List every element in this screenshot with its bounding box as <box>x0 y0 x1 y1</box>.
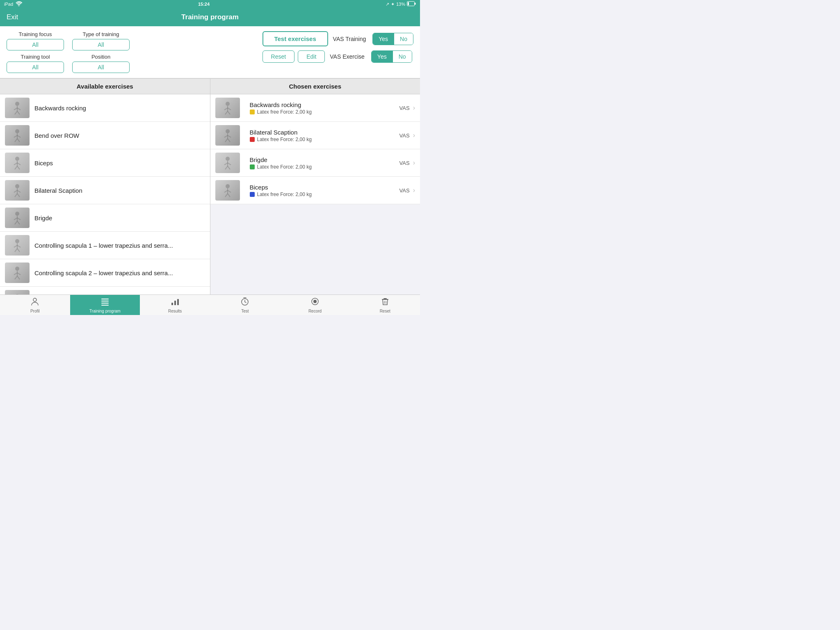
tab-record[interactable]: Record <box>280 295 350 315</box>
chosen-vas-label: VAS <box>399 105 410 111</box>
tab-reset[interactable]: Reset <box>350 295 420 315</box>
position-group: Position All <box>72 54 130 73</box>
training-focus-select[interactable]: All <box>7 39 64 50</box>
svg-line-71 <box>224 190 228 192</box>
status-bar: iPad 15:24 ↗ ✦ 13% <box>0 0 420 8</box>
svg-line-43 <box>15 276 17 279</box>
tab-bar: Profil Training program Results Test Rec… <box>0 294 420 315</box>
available-exercise-item[interactable]: Backwards rocking <box>0 94 210 122</box>
battery-icon <box>407 1 416 7</box>
svg-line-42 <box>17 273 21 275</box>
chosen-exercise-info: Bilateral Scaption Latex free Force: 2,0… <box>250 129 399 142</box>
tab-test[interactable]: Test <box>210 295 280 315</box>
svg-point-51 <box>226 102 230 106</box>
tab-results-icon <box>171 297 180 308</box>
chosen-exercise-item[interactable]: Biceps Latex free Force: 2,00 kg VAS › <box>210 177 420 204</box>
svg-line-5 <box>14 108 17 110</box>
exercise-thumb <box>5 180 30 201</box>
vas-exercise-yes-no: Yes No <box>371 50 412 63</box>
available-exercise-item[interactable]: Biceps <box>0 149 210 177</box>
svg-rect-77 <box>101 301 109 301</box>
svg-line-19 <box>15 166 17 169</box>
chosen-exercise-item[interactable]: Backwards rocking Latex free Force: 2,00… <box>210 94 420 122</box>
type-of-training-select[interactable]: All <box>72 39 130 50</box>
available-exercises-list[interactable]: Backwards rocking Bend over ROW Biceps <box>0 94 210 306</box>
svg-point-63 <box>226 157 230 161</box>
vas-training-no-button[interactable]: No <box>394 33 413 45</box>
tab-record-label: Record <box>308 309 322 313</box>
vas-exercise-label: VAS Exercise <box>330 53 365 60</box>
vas-exercise-yes-button[interactable]: Yes <box>372 51 393 62</box>
svg-line-85 <box>245 302 246 303</box>
position-select[interactable]: All <box>72 62 130 73</box>
svg-point-57 <box>226 129 230 133</box>
svg-line-61 <box>225 139 228 142</box>
svg-rect-1 <box>408 2 409 5</box>
training-tool-select[interactable]: All <box>7 62 64 73</box>
nav-bar: Exit Training program <box>0 8 420 26</box>
vas-training-yes-button[interactable]: Yes <box>373 33 394 45</box>
svg-line-60 <box>228 135 231 137</box>
tab-test-label: Test <box>241 309 249 313</box>
vas-exercise-no-button[interactable]: No <box>393 51 412 62</box>
svg-line-68 <box>228 166 230 169</box>
chevron-right-icon: › <box>413 104 415 112</box>
tab-results[interactable]: Results <box>140 295 210 315</box>
action-buttons: Reset Edit <box>262 50 325 63</box>
tab-record-icon <box>310 297 320 308</box>
chosen-exercise-info: Backwards rocking Latex free Force: 2,00… <box>250 101 399 115</box>
exit-button[interactable]: Exit <box>7 13 18 21</box>
exercise-name: Biceps <box>34 160 205 167</box>
available-exercise-item[interactable]: Bilateral Scaption <box>0 177 210 204</box>
chosen-exercise-details: Latex free Force: 2,00 kg <box>257 137 312 142</box>
svg-line-38 <box>17 249 20 252</box>
chosen-exercise-details: Latex free Force: 2,00 kg <box>257 109 312 115</box>
bluetooth-icon: ✦ <box>391 2 395 7</box>
reset-button[interactable]: Reset <box>262 50 295 63</box>
svg-line-37 <box>15 249 17 252</box>
svg-line-55 <box>225 111 228 114</box>
svg-rect-80 <box>171 303 173 305</box>
svg-line-31 <box>15 221 17 224</box>
svg-point-33 <box>15 239 19 243</box>
status-time: 15:24 <box>198 2 210 7</box>
svg-point-21 <box>15 184 19 188</box>
training-tool-group: Training tool All <box>7 54 64 73</box>
chosen-exercise-sub: Latex free Force: 2,00 kg <box>250 137 399 142</box>
chosen-exercises-list[interactable]: Backwards rocking Latex free Force: 2,00… <box>210 94 420 306</box>
edit-button[interactable]: Edit <box>298 50 325 63</box>
chosen-exercise-item[interactable]: Bilateral Scaption Latex free Force: 2,0… <box>210 122 420 149</box>
svg-line-20 <box>17 166 20 169</box>
svg-rect-90 <box>383 298 387 299</box>
tab-training[interactable]: Training program <box>70 295 140 315</box>
tab-profil[interactable]: Profil <box>0 295 70 315</box>
svg-line-11 <box>14 135 17 137</box>
svg-rect-81 <box>174 301 176 305</box>
battery-label: 13% <box>396 2 405 7</box>
exercise-thumb <box>5 262 30 283</box>
chosen-vas-label: VAS <box>399 187 410 194</box>
filters-right-row-1: Test exercises VAS Training Yes No <box>262 31 413 46</box>
training-focus-group: Training focus All <box>7 31 64 50</box>
main-content: Available exercises Backwards rocking <box>0 78 420 306</box>
tab-training-label: Training program <box>89 309 121 313</box>
chosen-exercise-thumb <box>215 98 240 118</box>
available-exercise-item[interactable]: Controlling scapula 2 – lower trapezius … <box>0 259 210 287</box>
svg-rect-2 <box>415 3 416 5</box>
test-exercises-button[interactable]: Test exercises <box>262 31 328 46</box>
chosen-exercise-thumb <box>215 180 240 201</box>
chosen-exercise-item[interactable]: Brigde Latex free Force: 2,00 kg VAS › <box>210 149 420 177</box>
available-exercise-item[interactable]: Bend over ROW <box>0 122 210 149</box>
svg-line-12 <box>17 135 21 137</box>
chosen-vas-label: VAS <box>399 160 410 166</box>
tab-test-icon <box>240 297 249 308</box>
available-exercise-item[interactable]: Controlling scapula 1 – lower trapezius … <box>0 232 210 259</box>
nav-title: Training program <box>181 13 239 21</box>
filters-left: Training focus All Type of training All … <box>7 31 130 73</box>
svg-point-88 <box>313 300 317 303</box>
training-focus-label: Training focus <box>18 31 52 37</box>
tab-reset-label: Reset <box>380 309 390 313</box>
svg-line-73 <box>225 194 228 197</box>
svg-line-66 <box>228 163 231 165</box>
available-exercise-item[interactable]: Brigde <box>0 204 210 232</box>
